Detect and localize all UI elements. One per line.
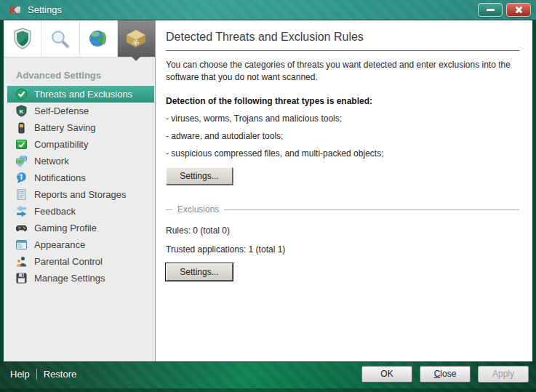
close-button[interactable] [506, 3, 531, 17]
sidebar-item-label: Battery Saving [34, 122, 96, 133]
sidebar-item-gaming-profile[interactable]: Gaming Profile [4, 220, 155, 236]
apply-button[interactable]: Apply [478, 366, 529, 383]
main-panel: Detected Threats and Exclusion Rules You… [156, 20, 532, 361]
advanced-settings-archive-gear-icon [125, 29, 147, 48]
title-divider [166, 50, 519, 51]
footer-bar: Help Restore OK Close Apply [0, 361, 536, 392]
floppy-disk-icon [15, 272, 28, 284]
sidebar-item-notifications[interactable]: Notifications [4, 169, 155, 186]
sidebar-item-label: Notifications [34, 172, 86, 183]
sidebar-item-network[interactable]: Network [4, 153, 155, 169]
settings-window: K Settings [0, 0, 536, 392]
sidebar-item-label: Manage Settings [34, 273, 105, 284]
check-circle-icon [15, 88, 28, 100]
update-globe-icon [88, 28, 108, 49]
battery-icon [15, 121, 28, 134]
info-balloon-icon [15, 172, 28, 184]
minimize-icon [487, 9, 495, 11]
sidebar-item-label: Gaming Profile [34, 223, 97, 233]
sidebar-item-label: Compatibility [34, 139, 88, 150]
detection-item: - adware, and autodialer tools; [166, 131, 519, 141]
parental-control-person-icon [15, 255, 28, 268]
sidebar-list: Threats and Exclusions K Self-Defense [4, 86, 155, 287]
sidebar-item-label: Threats and Exclusions [34, 89, 132, 100]
protection-shield-icon [13, 28, 32, 49]
page-description: You can choose the categories of threats… [166, 59, 519, 84]
sidebar-item-label: Feedback [34, 206, 76, 217]
sidebar-item-label: Network [34, 156, 69, 167]
restore-link[interactable]: Restore [44, 369, 77, 380]
sidebar-item-parental-control[interactable]: Parental Control [4, 253, 155, 270]
sidebar-item-appearance[interactable]: Appearance [4, 236, 155, 253]
titlebar: K Settings [0, 0, 536, 20]
exclusions-rules-count: Rules: 0 (total 0) [166, 225, 519, 236]
minimize-button[interactable] [478, 3, 503, 17]
sidebar-item-label: Appearance [34, 239, 85, 250]
sidebar-item-feedback[interactable]: Feedback [4, 203, 155, 220]
window-controls [478, 3, 531, 17]
feedback-arrows-icon [15, 205, 28, 217]
footer-links: Help Restore [10, 369, 76, 380]
sidebar-item-battery-saving[interactable]: Battery Saving [4, 119, 155, 136]
compatibility-check-window-icon [15, 138, 28, 151]
kaspersky-logo-icon: K [9, 4, 22, 16]
detection-settings-button[interactable]: Settings... [166, 167, 233, 185]
footer-buttons: OK Close Apply [361, 366, 529, 383]
tab-update[interactable] [80, 20, 118, 57]
left-panel: Advanced Settings Threats and Exclusions… [4, 20, 156, 361]
scan-search-icon [50, 29, 70, 49]
shield-k-icon: K [15, 105, 28, 117]
sidebar-item-label: Self-Defense [34, 105, 89, 116]
sidebar-item-threats-and-exclusions[interactable]: Threats and Exclusions [7, 86, 154, 103]
sidebar-item-label: Reports and Storages [34, 189, 126, 200]
ok-button[interactable]: OK [361, 366, 412, 383]
svg-text:K: K [20, 108, 24, 115]
exclusions-group-legend: Exclusions [166, 204, 519, 215]
sidebar-item-manage-settings[interactable]: Manage Settings [4, 270, 155, 287]
network-computers-icon [15, 155, 28, 167]
window-title: Settings [28, 4, 62, 15]
report-document-icon [15, 188, 28, 201]
sidebar-item-label: Parental Control [34, 256, 103, 267]
window-body: Advanced Settings Threats and Exclusions… [4, 20, 532, 361]
sidebar-header: Advanced Settings [16, 70, 155, 81]
appearance-window-icon [15, 239, 28, 251]
sidebar-item-reports-and-storages[interactable]: Reports and Storages [4, 186, 155, 203]
svg-text:K: K [9, 4, 17, 16]
exclusions-settings-button[interactable]: Settings... [166, 263, 233, 281]
sidebar-item-self-defense[interactable]: K Self-Defense [4, 103, 155, 119]
help-link[interactable]: Help [10, 369, 30, 380]
page-title: Detected Threats and Exclusion Rules [166, 31, 519, 44]
sidebar-item-compatibility[interactable]: Compatibility [4, 136, 155, 153]
detection-item: - viruses, worms, Trojans and malicious … [166, 113, 519, 124]
tab-advanced-settings[interactable] [118, 20, 155, 57]
exclusions-legend-label: Exclusions [177, 204, 219, 215]
exclusions-trusted-count: Trusted applications: 1 (total 1) [166, 244, 519, 255]
category-tabbar [4, 20, 155, 57]
detection-item: - suspicious compressed files, and multi… [166, 148, 519, 159]
footer-links-divider [36, 369, 37, 380]
close-icon [515, 6, 523, 14]
gamepad-icon [15, 222, 28, 234]
tab-protection[interactable] [4, 20, 41, 57]
tab-scan[interactable] [41, 20, 79, 57]
detection-heading: Detection of the following threat types … [166, 96, 519, 106]
close-dialog-button[interactable]: Close [420, 366, 471, 383]
